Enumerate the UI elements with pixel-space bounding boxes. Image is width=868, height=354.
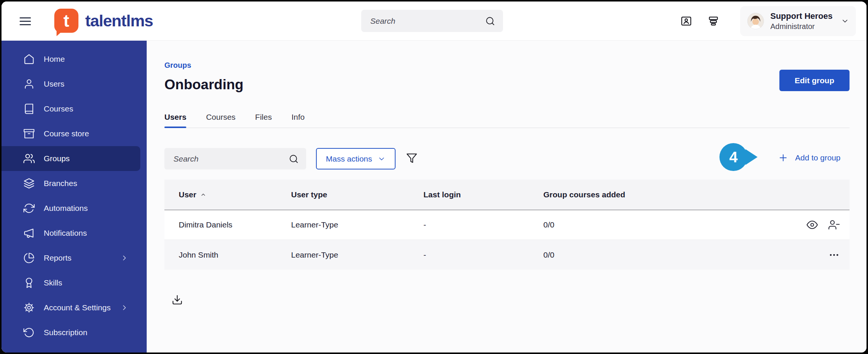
sidebar-label: Skills [44,278,62,287]
cell-user-type: Learner-Type [291,220,423,229]
remove-from-group-button[interactable] [828,219,840,230]
row-actions [732,219,850,230]
view-user-button[interactable] [807,219,818,230]
search-icon[interactable] [289,154,299,164]
tab-courses[interactable]: Courses [206,113,235,128]
skills-icon [23,277,35,288]
sidebar-label: Home [44,55,65,64]
column-label: User [179,190,196,199]
sort-asc-icon [200,192,206,198]
cell-user: John Smith [179,250,291,259]
user-menu[interactable]: Support Heroes Administrator [740,6,856,36]
subscription-icon [23,327,35,338]
course-store-icon [23,128,35,139]
step-annotation: 4 [719,143,747,171]
logo-badge-icon: t [54,9,78,33]
chevron-down-icon [841,17,849,25]
sidebar-item-users[interactable]: Users [2,72,147,96]
sidebar-item-automations[interactable]: Automations [2,196,147,221]
sidebar-item-skills[interactable]: Skills [2,270,147,295]
sidebar-item-groups[interactable]: Groups [2,146,140,171]
sidebar-item-course-store[interactable]: Course store [2,121,147,146]
column-header-last-login[interactable]: Last login [423,190,543,199]
table-header: User User type Last login Group courses … [164,180,850,210]
sidebar-label: Users [44,79,64,88]
column-label: Last login [423,190,461,199]
mass-actions-dropdown[interactable]: Mass actions [316,148,396,169]
sidebar-item-subscription[interactable]: Subscription [2,320,147,345]
table-search-input[interactable] [164,154,289,163]
global-search [361,10,503,32]
user-icon [23,78,35,90]
screen: t talentlms [0,0,868,354]
add-to-group-button[interactable]: Add to group [778,153,840,163]
add-to-group-label: Add to group [795,153,840,162]
sidebar-item-courses[interactable]: Courses [2,96,147,121]
user-name: Support Heroes [770,11,833,21]
logo-letter: t [63,11,69,31]
tab-info[interactable]: Info [291,113,305,128]
tab-files[interactable]: Files [255,113,272,128]
chevron-right-icon [120,304,129,312]
sidebar-item-account-settings[interactable]: Account & Settings [2,295,147,320]
sidebar: Home Users Courses Course store [2,41,147,352]
export-icon [172,294,183,305]
logo[interactable]: t talentlms [54,9,153,33]
ellipsis-icon [828,249,840,261]
search-icon[interactable] [485,16,495,26]
row-actions [732,249,850,261]
column-header-group-courses[interactable]: Group courses added [543,190,732,199]
global-search-input[interactable] [361,17,485,26]
table-row[interactable]: John Smith Learner-Type - 0/0 [164,240,850,270]
home-icon [23,53,35,65]
hamburger-icon [20,17,34,25]
messages-button[interactable] [680,15,692,27]
sidebar-item-reports[interactable]: Reports [2,246,147,270]
groups-icon [23,153,35,164]
edit-group-button[interactable]: Edit group [779,70,850,91]
cell-user: Dimitra Daniels [179,220,291,229]
sidebar-label: Course store [44,129,89,138]
sidebar-label: Automations [44,204,88,213]
filter-button[interactable] [406,153,417,164]
menu-button[interactable] [20,14,34,28]
sidebar-item-notifications[interactable]: Notifications [2,221,147,246]
mass-actions-label: Mass actions [326,154,372,163]
sidebar-label: Branches [44,179,77,188]
row-menu-button[interactable] [828,249,840,261]
column-header-user[interactable]: User [179,190,291,199]
topbar: t talentlms [2,2,866,41]
filter-icon [406,153,417,164]
sidebar-item-branches[interactable]: Branches [2,171,147,196]
tab-users[interactable]: Users [164,113,186,128]
app-window: t talentlms [2,2,866,352]
users-table: User User type Last login Group courses … [164,180,850,270]
export-button[interactable] [172,294,183,305]
column-label: User type [291,190,327,199]
sidebar-label: Reports [44,253,72,262]
logo-text: talentlms [85,12,153,30]
sidebar-label: Subscription [44,328,87,337]
sidebar-label: Notifications [44,229,87,238]
eye-icon [807,219,818,230]
breadcrumb[interactable]: Groups [164,61,191,70]
topbar-actions [680,2,719,41]
messages-icon [680,15,692,27]
user-minus-icon [828,219,840,230]
user-role: Administrator [770,22,833,31]
cell-group-courses: 0/0 [543,250,732,259]
sidebar-item-home[interactable]: Home [2,47,147,72]
automations-icon [23,203,35,214]
column-label: Group courses added [543,190,625,199]
table-search [164,148,306,169]
column-header-user-type[interactable]: User type [291,190,423,199]
table-row[interactable]: Dimitra Daniels Learner-Type - 0/0 [164,210,850,240]
library-button[interactable] [707,15,719,27]
step-number: 4 [729,149,738,166]
main-content: Groups Onboarding Edit group Users Cours… [147,41,866,352]
branches-icon [23,178,35,189]
sidebar-label: Groups [44,154,70,163]
chevron-right-icon [120,254,129,262]
page-title: Onboarding [164,77,244,93]
tabs: Users Courses Files Info [164,107,850,128]
